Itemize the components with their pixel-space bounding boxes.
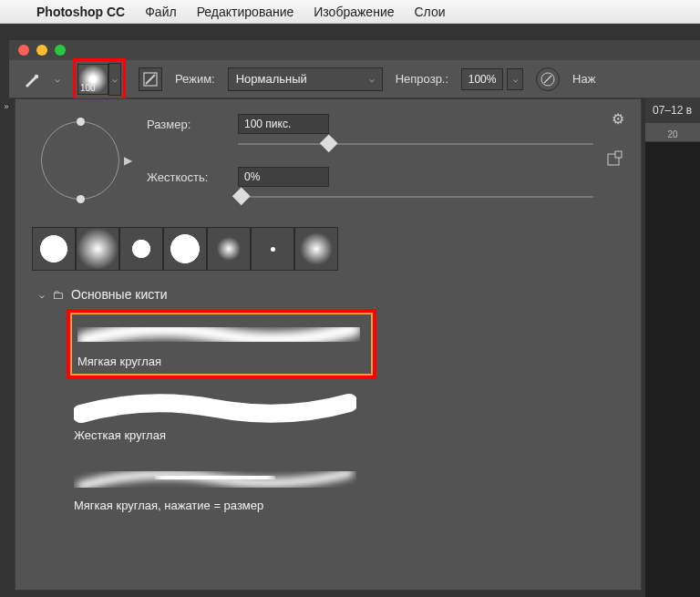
- brush-stroke-preview: [74, 462, 356, 493]
- pressure-opacity-icon[interactable]: [536, 67, 560, 91]
- brush-category: ⌵ 🗀 Основные кисти Мягкая круглая Жестка…: [15, 280, 641, 527]
- app-name[interactable]: Photoshop CC: [36, 5, 125, 19]
- brush-preset-panel: ▶ Размер: 100 пикс. Жесткость: 0% ⚙: [15, 98, 642, 591]
- hardness-slider[interactable]: [238, 190, 593, 203]
- tool-preset-chevron-icon[interactable]: ⌵: [55, 74, 60, 84]
- recent-brush[interactable]: [76, 227, 119, 271]
- svg-point-0: [35, 74, 38, 77]
- blend-mode-value: Нормальный: [236, 72, 307, 86]
- recent-brush[interactable]: [251, 227, 294, 271]
- disclosure-triangle-icon: ⌵: [39, 290, 45, 300]
- document-tab[interactable]: 07–12 в: [645, 98, 700, 122]
- category-name: Основные кисти: [71, 287, 168, 302]
- brush-tool-icon[interactable]: [22, 69, 42, 89]
- recent-brush[interactable]: [294, 227, 338, 271]
- mac-menubar: Photoshop CC Файл Редактирование Изображ…: [0, 0, 700, 24]
- brush-angle-control[interactable]: ▶: [30, 110, 130, 211]
- recent-brushes-row: [15, 214, 641, 280]
- panel-collapse-chevron-icon[interactable]: »: [0, 102, 13, 111]
- options-bar: ⌵ 100 ⌵ Режим: Нормальный ⌵ Непрозр.: 10…: [9, 60, 700, 98]
- opacity-value-field[interactable]: 100%: [461, 68, 503, 90]
- brush-name: Мягкая круглая: [77, 355, 365, 368]
- brush-preview-thumb: 100: [77, 64, 108, 95]
- mode-label: Режим:: [175, 72, 215, 86]
- brush-name: Мягкая круглая, нажатие = размер: [74, 499, 369, 512]
- window-minimize-icon[interactable]: [36, 45, 47, 56]
- recent-brush[interactable]: [32, 227, 76, 271]
- flow-label-partial: Наж: [572, 72, 595, 86]
- brush-item-soft-round-pressure[interactable]: Мягкая круглая, нажатие = размер: [67, 457, 376, 520]
- new-brush-icon[interactable]: [606, 150, 623, 167]
- size-label: Размер:: [147, 118, 225, 131]
- menu-edit[interactable]: Редактирование: [197, 5, 294, 19]
- blend-mode-dropdown[interactable]: Нормальный ⌵: [228, 67, 383, 91]
- window-zoom-icon[interactable]: [55, 45, 66, 56]
- brush-name: Жесткая круглая: [74, 428, 369, 442]
- angle-arrow-icon: ▶: [124, 154, 132, 167]
- opacity-chevron-icon[interactable]: ⌵: [507, 68, 523, 90]
- brush-stroke-preview: [74, 392, 356, 423]
- hardness-input[interactable]: 0%: [238, 167, 329, 187]
- size-slider[interactable]: [238, 138, 593, 150]
- opacity-control: 100% ⌵: [461, 68, 523, 90]
- opacity-label: Непрозр.:: [396, 72, 448, 86]
- recent-brush[interactable]: [207, 227, 251, 271]
- brush-item-hard-round[interactable]: Жесткая круглая: [67, 386, 376, 449]
- recent-brush[interactable]: [163, 227, 207, 271]
- svg-rect-4: [615, 151, 622, 158]
- window-close-icon[interactable]: [18, 45, 29, 56]
- brush-preset-chevron-icon[interactable]: ⌵: [108, 63, 121, 96]
- size-input[interactable]: 100 пикс.: [238, 114, 329, 134]
- canvas[interactable]: [645, 142, 700, 597]
- gear-icon[interactable]: ⚙: [612, 110, 624, 128]
- brush-item-soft-round[interactable]: Мягкая круглая: [67, 309, 376, 379]
- brush-stroke-preview: [77, 318, 360, 349]
- chevron-down-icon: ⌵: [369, 74, 375, 84]
- brush-size-label: 100: [80, 83, 96, 93]
- brush-settings-toggle-icon[interactable]: [139, 67, 162, 91]
- app-window: ⌵ 100 ⌵ Режим: Нормальный ⌵ Непрозр.: 10…: [9, 40, 700, 98]
- category-header[interactable]: ⌵ 🗀 Основные кисти: [39, 287, 617, 302]
- brush-preset-picker[interactable]: 100 ⌵: [73, 58, 126, 100]
- menu-image[interactable]: Изображение: [314, 5, 394, 19]
- menu-file[interactable]: Файл: [145, 5, 176, 19]
- folder-icon: 🗀: [52, 288, 64, 302]
- hardness-label: Жесткость:: [147, 170, 225, 184]
- menu-layers[interactable]: Слои: [415, 5, 446, 19]
- recent-brush[interactable]: [119, 227, 163, 271]
- ruler-tick: 20: [667, 129, 677, 139]
- ruler-horizontal: 20: [645, 122, 700, 142]
